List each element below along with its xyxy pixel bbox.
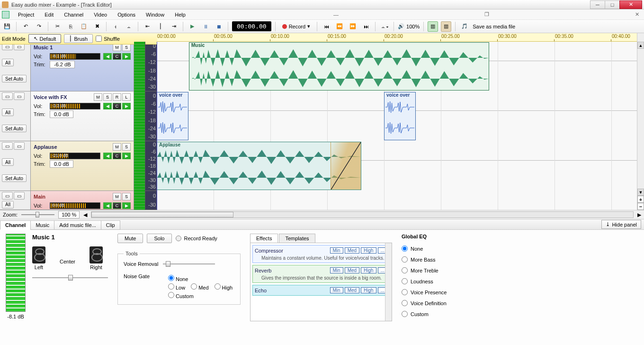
clip-music[interactable]: Music — [189, 42, 489, 91]
forward-icon[interactable]: ⏩ — [348, 21, 358, 32]
play-icon[interactable]: ▶ — [187, 21, 197, 32]
trim-left-icon[interactable]: ⇤ — [142, 21, 152, 32]
eq-none[interactable]: None — [402, 245, 487, 252]
pan-slider[interactable] — [32, 274, 108, 281]
effect-echo[interactable]: Echo MinMedHigh... — [252, 285, 390, 296]
cut-icon[interactable]: ✂ — [52, 21, 63, 32]
delete-icon[interactable]: ✖ — [92, 21, 102, 32]
effects-scrollbar[interactable] — [385, 243, 392, 321]
clip-voiceover-2[interactable]: voice over — [384, 92, 416, 140]
ng-med[interactable]: Med — [191, 283, 208, 291]
mdi-close-icon[interactable]: ✕ — [632, 11, 642, 18]
mdi-minimize-icon[interactable]: — — [331, 12, 341, 18]
eq-loudness[interactable]: Loudness — [402, 278, 487, 284]
view2-icon[interactable]: ▥ — [441, 21, 451, 32]
menu-options[interactable]: Options — [113, 11, 140, 18]
timeline-ruler[interactable]: 00:00.0000:05.0000:10.0000:15.0000:20.00… — [157, 33, 637, 42]
hide-panel-button[interactable]: ⤓Hide panel — [601, 220, 641, 229]
tool1-icon[interactable]: ⫞ — [110, 21, 121, 32]
track-header-voice[interactable]: Voice with FX MSRL Vol:-3.3 dB ◀C▶ Trim:… — [31, 91, 134, 141]
hscroll-left-icon[interactable]: ◀ — [83, 212, 87, 218]
zoom-slider[interactable] — [21, 211, 54, 218]
minimize-button[interactable]: ─ — [590, 0, 605, 9]
solo-button[interactable]: Solo — [147, 234, 171, 243]
trim-right-icon[interactable]: ⇥ — [169, 21, 179, 32]
menu-edit[interactable]: Edit — [40, 11, 58, 18]
record-button[interactable]: Record▾ — [279, 22, 313, 30]
record-ready[interactable]: Record Ready — [176, 234, 217, 243]
track-header-music1[interactable]: Music 1 MS Vol:-8.1 dB ◀C▶ Trim:-6.2 dB — [31, 42, 134, 91]
media-icon[interactable]: 🎵 — [459, 21, 470, 32]
mute-button[interactable]: M — [113, 44, 121, 51]
zoom-out-v-icon[interactable]: − — [637, 203, 644, 210]
speaker-icon[interactable]: 🔊 — [398, 23, 404, 29]
menu-video[interactable]: Video — [89, 11, 112, 18]
view1-icon[interactable]: ▥ — [428, 21, 438, 32]
tab-add-music[interactable]: Add music file... — [54, 220, 101, 230]
playhead[interactable] — [157, 42, 157, 210]
saveas-label[interactable]: Save as media file — [473, 24, 515, 29]
menu-help[interactable]: Help — [170, 11, 190, 18]
solo-button[interactable]: S — [122, 44, 131, 51]
default-mode-button[interactable]: ↖ Default — [28, 34, 62, 43]
rewind-icon[interactable]: ⏪ — [334, 21, 345, 32]
clip-voiceover-1[interactable]: voice over — [157, 92, 188, 140]
setauto-button[interactable]: Set Auto — [2, 75, 27, 82]
vol-meter[interactable]: -8.1 dB — [50, 53, 100, 60]
pause-icon[interactable]: ⏸ — [200, 21, 211, 32]
eq-voice-presence[interactable]: Voice Presence — [402, 289, 487, 295]
menu-channel[interactable]: Channel — [59, 11, 88, 18]
tab-clip[interactable]: Clip — [101, 220, 120, 230]
paste-icon[interactable]: 📋 — [79, 21, 89, 32]
effect-reverb[interactable]: Reverb MinMedHigh... Gives the impressio… — [252, 265, 390, 283]
eq-more-bass[interactable]: More Bass — [402, 256, 487, 263]
pan-left-icon[interactable]: ◀ — [103, 53, 112, 60]
close-button[interactable]: ✕ — [619, 0, 642, 9]
clip-applause[interactable]: Applause — [157, 142, 361, 190]
voice-removal-slider[interactable] — [163, 260, 215, 268]
trim-value[interactable]: -6.2 dB — [50, 61, 75, 68]
skip-end-icon[interactable]: ⏭ — [361, 21, 371, 32]
skip-start-icon[interactable]: ⏮ — [321, 21, 331, 32]
ng-high[interactable]: High — [215, 283, 233, 291]
maximize-button[interactable]: □ — [605, 0, 620, 9]
redo-icon[interactable]: ↷ — [34, 21, 44, 32]
stop-icon[interactable]: ⏹ — [214, 21, 224, 32]
menu-window[interactable]: Window — [141, 11, 169, 18]
tool2-icon[interactable]: ⫠ — [124, 21, 134, 32]
ng-low[interactable]: Low — [168, 283, 185, 291]
split-icon[interactable]: ⎮ — [155, 21, 166, 32]
tab-channel[interactable]: Channel — [0, 220, 31, 230]
brush-mode-button[interactable]: ⎮ Brush — [64, 34, 93, 43]
hscroll-right-icon[interactable]: ▶ — [637, 212, 641, 218]
fade-out-handle[interactable] — [331, 142, 361, 190]
effect-compressor[interactable]: Compressor MinMedHigh... Maintains a con… — [252, 245, 390, 263]
templates-tab[interactable]: Templates — [279, 234, 315, 243]
ng-none[interactable]: None — [168, 275, 188, 282]
mdi-restore-icon[interactable]: ❐ — [482, 11, 492, 18]
horizontal-scrollbar[interactable] — [91, 211, 634, 218]
eq-voice-definition[interactable]: Voice Definition — [402, 300, 487, 306]
eq-more-treble[interactable]: More Treble — [402, 267, 487, 273]
tab-music[interactable]: Music — [30, 220, 54, 230]
effects-tab[interactable]: Effects — [250, 234, 278, 243]
snap-icon[interactable]: ⫠▾ — [379, 21, 390, 32]
shuffle-checkbox[interactable]: Shuffle — [96, 36, 120, 42]
pan-right-icon[interactable]: ▶ — [122, 53, 131, 60]
mute-button[interactable]: Mute — [117, 234, 143, 243]
zoom-in-v-icon[interactable]: + — [637, 196, 644, 203]
menu-project[interactable]: Project — [13, 11, 39, 18]
mdi-icon[interactable] — [2, 11, 9, 18]
track-controls-col: ▭▭ All Set Auto ▭▭ All Set Auto ▭▭ All S… — [0, 42, 31, 210]
eq-custom[interactable]: Custom — [402, 311, 487, 317]
track-header-applause[interactable]: Applause MS Vol:-21.0 dB ◀C▶ Trim:0.0 dB — [31, 141, 134, 191]
all-button[interactable]: All — [2, 59, 14, 66]
copy-icon[interactable]: ⎘ — [65, 21, 76, 32]
undo-icon[interactable]: ↶ — [20, 21, 31, 32]
zoom-value[interactable]: 100 % — [58, 211, 80, 218]
ng-custom[interactable]: Custom — [168, 292, 194, 299]
track-header-main[interactable]: Main MS Vol:0.0 dB ◀C▶ — [31, 191, 134, 210]
timeline-area[interactable]: Music voice over voice over — [157, 42, 637, 210]
save-icon[interactable]: 💾 — [2, 21, 12, 32]
vertical-scrollbar[interactable]: ▲▼ + − — [637, 42, 644, 210]
